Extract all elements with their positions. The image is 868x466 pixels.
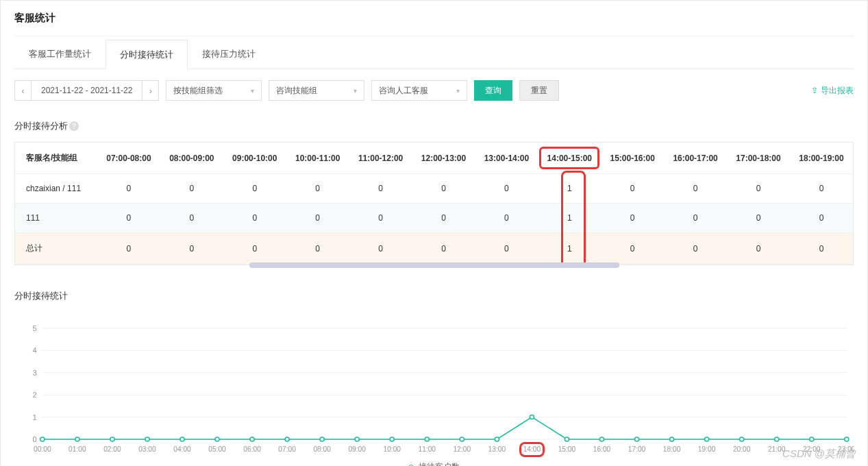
svg-text:08:00: 08:00 [313,445,331,453]
cell-value: 0 [727,233,790,265]
cell-value: 1 [538,204,601,233]
col-header-name: 客服名/技能组 [15,143,97,174]
select-label: 咨询技能组 [276,85,317,97]
svg-text:04:00: 04:00 [173,445,191,453]
cell-value: 0 [349,204,412,233]
svg-point-25 [495,437,499,441]
svg-text:11:00: 11:00 [419,445,436,453]
svg-point-33 [775,437,779,441]
cell-value: 0 [790,233,853,265]
row-name: 总计 [15,233,97,265]
cell-value: 0 [727,204,790,233]
date-range-text: 2021-11-22 - 2021-11-22 [32,86,142,95]
table-row: chzaixian / 111000000010000 [15,174,853,204]
svg-text:0: 0 [32,435,36,443]
page-title: 客服统计 [14,1,854,36]
query-button[interactable]: 查询 [474,80,512,101]
svg-point-12 [40,437,45,441]
agent-select[interactable]: 咨询人工客服 ▾ [371,80,467,101]
cell-value: 0 [475,174,538,204]
svg-text:05:00: 05:00 [208,445,226,453]
question-icon[interactable]: ? [69,121,79,131]
watermark: CSDN @莫楠曾 [782,447,856,461]
svg-point-19 [285,437,289,441]
svg-point-24 [460,437,464,441]
svg-point-26 [530,415,534,419]
col-header-time: 09:00-10:00 [223,143,286,174]
chevron-right-icon[interactable]: › [142,81,158,100]
chevron-left-icon[interactable]: ‹ [15,81,32,100]
cell-value: 0 [97,174,160,204]
legend-label: 接待客户数 [419,462,460,466]
svg-point-29 [634,437,638,441]
svg-text:07:00: 07:00 [278,445,296,453]
cell-value: 0 [349,174,412,204]
cell-value: 1 [538,233,601,265]
svg-text:19:00: 19:00 [698,445,716,453]
cell-value: 0 [223,204,286,233]
svg-text:4: 4 [32,347,36,355]
svg-text:20:00: 20:00 [733,445,751,453]
section-title-analysis: 分时接待分析 ? [14,114,854,142]
tab-pressure[interactable]: 接待压力统计 [188,39,270,69]
cell-value: 0 [160,174,223,204]
svg-point-35 [845,437,849,441]
filter-by-select[interactable]: 按技能组筛选 ▾ [166,80,262,101]
cell-value: 0 [286,204,349,233]
cell-value: 0 [97,233,160,265]
svg-point-34 [810,437,814,441]
svg-text:13:00: 13:00 [488,445,506,453]
table-row: 总计000000010000 [15,233,853,265]
chart-area: 01234500:0001:0002:0003:0004:0005:0006:0… [14,321,854,466]
cell-value: 0 [286,174,349,204]
cell-value: 0 [601,233,664,265]
cell-value: 0 [664,204,727,233]
col-header-time: 16:00-17:00 [664,143,727,174]
svg-text:12:00: 12:00 [454,445,471,453]
cell-value: 0 [790,204,853,233]
cell-value: 0 [790,174,853,204]
svg-text:16:00: 16:00 [593,445,611,453]
svg-text:00:00: 00:00 [34,445,51,453]
svg-point-28 [599,437,604,441]
chart-legend: 接待客户数 [14,458,854,466]
reset-button[interactable]: 重置 [519,80,559,101]
export-icon: ⇪ [811,86,818,95]
cell-value: 0 [664,233,727,265]
skill-group-select[interactable]: 咨询技能组 ▾ [269,80,364,101]
analysis-table: 客服名/技能组07:00-08:0008:00-09:0009:00-10:00… [14,142,854,265]
col-header-time: 10:00-11:00 [286,143,349,174]
svg-point-22 [390,437,394,441]
cell-value: 0 [475,233,538,265]
table-row: 111000000010000 [15,204,853,233]
svg-point-13 [75,437,79,441]
cell-value: 0 [475,204,538,233]
svg-point-21 [355,437,359,441]
horizontal-scrollbar[interactable] [249,262,619,268]
tab-workload[interactable]: 客服工作量统计 [14,39,106,69]
section-title-stats: 分时接待统计 [14,284,854,312]
svg-point-20 [320,437,324,441]
col-header-time: 11:00-12:00 [349,143,412,174]
col-header-time: 07:00-08:00 [97,143,160,174]
cell-value: 0 [412,174,475,204]
tab-hourly-reception[interactable]: 分时接待统计 [106,40,188,69]
col-header-time: 18:00-19:00 [790,143,853,174]
cell-value: 0 [160,204,223,233]
svg-text:15:00: 15:00 [558,445,576,453]
chevron-down-icon: ▾ [251,87,254,95]
select-label: 咨询人工客服 [379,85,428,97]
svg-point-17 [215,437,219,441]
col-header-time: 13:00-14:00 [475,143,538,174]
cell-value: 0 [349,233,412,265]
svg-text:14:00: 14:00 [523,445,541,453]
svg-point-27 [565,437,569,441]
chevron-down-icon: ▾ [456,87,460,95]
col-header-time: 17:00-18:00 [727,143,790,174]
date-range-picker[interactable]: ‹ 2021-11-22 - 2021-11-22 › [14,80,159,101]
export-button[interactable]: ⇪ 导出报表 [811,85,854,97]
select-label: 按技能组筛选 [173,85,223,97]
svg-point-18 [250,437,254,441]
svg-text:01:00: 01:00 [69,445,86,453]
cell-value: 0 [601,174,664,204]
